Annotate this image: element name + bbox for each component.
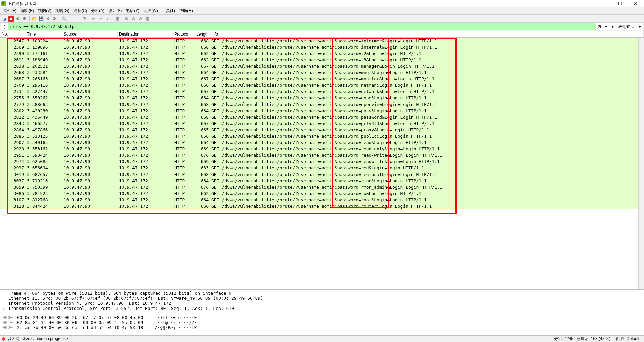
hex-line[interactable]: 00202f ac 7b 40 00 50 3e 6a ed dd a2 e4 … — [2, 325, 642, 330]
menu-help[interactable]: 帮助(H) — [177, 7, 195, 14]
go-forward-icon[interactable]: → — [74, 16, 80, 22]
packet-details-pane[interactable]: › Frame 4: 664 bytes on wire (5312 bits)… — [0, 290, 644, 314]
save-file-icon[interactable]: 💾 — [38, 16, 44, 22]
maximize-button[interactable]: ☐ — [615, 0, 625, 7]
menu-wireless[interactable]: 无线(W) — [141, 7, 160, 14]
status-packets: 分组: 4245 · 已显示: 168 (4.0%) — [551, 336, 613, 342]
table-row[interactable]: 31073.81276810.9.47.9010.9.47.172HTTP664… — [0, 197, 644, 203]
stop-capture-icon[interactable]: ■ — [8, 16, 14, 22]
expression-button[interactable]: 表达式… — [616, 24, 636, 30]
table-row[interactable]: 27313.32744710.9.47.9010.9.47.172HTTP667… — [0, 88, 644, 95]
zoom-in-icon[interactable]: ⊕ — [124, 16, 130, 22]
col-dest[interactable]: Destination — [118, 31, 173, 37]
hex-line[interactable]: 000000 0c 29 49 66 89 00 2b 67 f7 07 ef … — [2, 315, 642, 320]
hex-line[interactable]: 001002 8a 81 11 40 00 80 06 00 00 0a 09 … — [2, 320, 642, 325]
table-row[interactable]: 28223.43544910.9.47.9010.9.47.172HTTP668… — [0, 114, 644, 120]
go-last-icon[interactable]: ⇥ — [98, 16, 104, 22]
table-row[interactable]: 28643.49786610.9.47.9010.9.47.172HTTP665… — [0, 127, 644, 133]
menu-stats[interactable]: 统计(S) — [106, 7, 124, 14]
go-first-icon[interactable]: ⇤ — [91, 16, 97, 22]
status-interface: 以太网: <live capture in progress> — [7, 336, 68, 342]
go-to-packet-icon[interactable]: ↷ — [81, 16, 87, 22]
start-capture-icon[interactable]: ◢ — [1, 16, 7, 22]
tree-item[interactable]: › Frame 4: 664 bytes on wire (5312 bits)… — [2, 291, 642, 296]
table-row[interactable]: 30593.75039910.9.47.9010.9.47.172HTTP670… — [0, 184, 644, 190]
table-row[interactable]: 27793.38866310.9.47.9010.9.47.172HTTP668… — [0, 101, 644, 108]
close-button[interactable]: ✕ — [631, 0, 640, 7]
status-profile[interactable]: 配置: Default — [613, 336, 642, 342]
table-row[interactable]: 26873.26516310.9.47.9010.9.47.172HTTP667… — [0, 76, 644, 82]
tree-item[interactable]: › Ethernet II, Src: 00:2b:67:f7:07:ef (0… — [2, 296, 642, 301]
menu-file[interactable]: 文件(F) — [1, 7, 18, 14]
packet-list-body: 25473.10822410.9.47.9010.9.47.172HTTP668… — [0, 38, 644, 209]
close-file-icon[interactable]: ✖ — [45, 16, 51, 22]
menu-view[interactable]: 视图(V) — [36, 7, 53, 14]
table-row[interactable]: 25473.10822410.9.47.9010.9.47.172HTTP668… — [0, 38, 644, 44]
capture-options-icon[interactable]: ⚙ — [21, 16, 28, 22]
col-info[interactable]: Info — [210, 31, 644, 37]
table-row[interactable]: 26383.20252110.9.47.9010.9.47.172HTTP667… — [0, 63, 644, 69]
packet-list-scrollbar[interactable] — [638, 31, 644, 289]
table-row[interactable]: 25903.17116110.9.47.9010.9.47.172HTTP662… — [0, 50, 644, 57]
toolbar-separator — [29, 16, 30, 21]
col-source[interactable]: Source — [62, 31, 118, 37]
menu-analyze[interactable]: 分析(A) — [89, 7, 106, 14]
table-row[interactable]: 29513.59342410.9.47.9010.9.47.172HTTP670… — [0, 152, 644, 158]
tree-item[interactable]: › Internet Protocol Version 4, Src: 10.9… — [2, 301, 642, 306]
menu-go[interactable]: 跳转(G) — [53, 7, 71, 14]
resize-columns-icon[interactable]: ▥ — [144, 16, 150, 22]
toolbar-separator — [112, 16, 112, 21]
table-row[interactable]: 31283.84442410.9.47.9010.9.47.172HTTP666… — [0, 203, 644, 209]
add-filter-button[interactable]: + — [637, 24, 643, 30]
statusbar: 以太网: <live capture in progress> 分组: 4245… — [0, 335, 644, 342]
menu-tools[interactable]: 工具(T) — [160, 7, 177, 14]
table-row[interactable]: 27553.35026210.9.47.9010.9.47.172HTTP664… — [0, 95, 644, 101]
restart-capture-icon[interactable]: ⟲ — [15, 16, 21, 22]
bookmark-filter-icon[interactable]: ▯ — [2, 24, 7, 29]
packet-bytes-pane[interactable]: 000000 0c 29 49 66 89 00 2b 67 f7 07 ef … — [0, 314, 644, 335]
table-row[interactable]: 30193.68765710.9.47.9010.9.47.172HTTP668… — [0, 171, 644, 178]
menubar: 文件(F) 编辑(E) 视图(V) 跳转(G) 捕获(C) 分析(A) 统计(S… — [0, 7, 644, 15]
go-back-icon[interactable]: ← — [68, 16, 74, 22]
table-row[interactable]: 30373.71921610.9.47.9010.9.47.172HTTP664… — [0, 178, 644, 184]
open-file-icon[interactable]: 📂 — [31, 16, 37, 22]
table-row[interactable]: 29743.62508510.9.47.9010.9.47.172HTTP669… — [0, 158, 644, 165]
table-row[interactable]: 30863.78152310.9.47.9010.9.47.172HTTP662… — [0, 190, 644, 197]
toolbar-separator — [122, 16, 122, 21]
col-proto[interactable]: Protocol — [173, 31, 195, 37]
menu-edit[interactable]: 编辑(E) — [18, 7, 36, 14]
table-row[interactable]: 28433.46637710.9.47.9010.9.47.172HTTP667… — [0, 120, 644, 127]
table-row[interactable]: 28853.51312510.9.47.9010.9.47.172HTTP666… — [0, 133, 644, 139]
col-time[interactable]: Time — [25, 31, 62, 37]
minimize-button[interactable]: — — [600, 0, 609, 7]
filter-dropdown-icon[interactable]: ▾ — [610, 24, 616, 30]
colorize-icon[interactable]: ▦ — [114, 16, 120, 22]
table-row[interactable]: 29973.65669410.9.47.9010.9.47.172HTTP663… — [0, 165, 644, 171]
auto-scroll-icon[interactable]: ↓ — [104, 16, 110, 22]
zoom-reset-icon[interactable]: ⊙ — [137, 16, 143, 22]
find-packet-icon[interactable]: 🔍 — [61, 16, 67, 22]
toolbar-separator — [59, 16, 59, 21]
tree-item[interactable]: › Transmission Control Protocol, Src Por… — [2, 306, 642, 311]
reload-icon[interactable]: ⟳ — [51, 16, 57, 22]
table-row[interactable]: 26683.23338410.9.47.9010.9.47.172HTTP664… — [0, 69, 644, 76]
apply-filter-icon[interactable]: ▾ — [603, 24, 609, 30]
wireshark-icon — [1, 1, 6, 6]
table-row[interactable]: 26113.18694910.9.47.9010.9.47.172HTTP662… — [0, 57, 644, 63]
packet-list-header: No. Time Source Destination Protocol Len… — [0, 31, 644, 38]
display-filter-input[interactable] — [8, 23, 596, 30]
clear-filter-icon[interactable]: ⊠ — [596, 24, 602, 30]
table-row[interactable]: 25693.13989610.9.47.9010.9.47.172HTTP668… — [0, 44, 644, 50]
window-titlebar: 正在捕获 以太网 — ☐ ✕ — [0, 0, 644, 7]
menu-capture[interactable]: 捕获(C) — [71, 7, 89, 14]
table-row[interactable]: 29283.55316210.9.47.9010.9.47.172HTTP669… — [0, 146, 644, 152]
table-row[interactable]: 28023.42023010.9.47.9010.9.47.172HTTP664… — [0, 108, 644, 114]
col-no[interactable]: No. — [0, 31, 25, 37]
packet-list-pane[interactable]: No. Time Source Destination Protocol Len… — [0, 31, 644, 290]
zoom-out-icon[interactable]: ⊖ — [130, 16, 137, 22]
table-row[interactable]: 29073.54016510.9.47.9010.9.47.172HTTP664… — [0, 139, 644, 146]
capture-led-icon — [2, 337, 5, 341]
col-len[interactable]: Length — [195, 31, 210, 37]
menu-telephony[interactable]: 电话(Y) — [124, 7, 141, 14]
table-row[interactable]: 27093.29611610.9.47.9010.9.47.172HTTP666… — [0, 82, 644, 88]
